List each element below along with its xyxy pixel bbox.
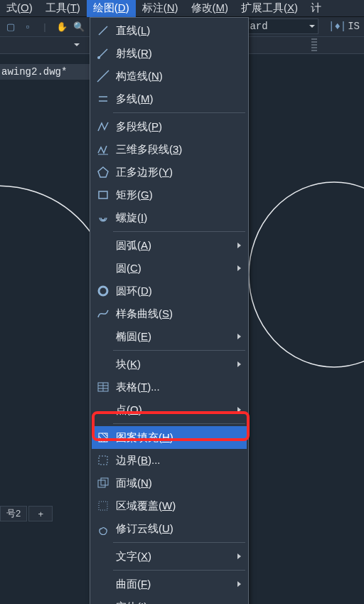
menu-item[interactable]: 表格(T)... [92,376,247,398]
menu-separator [113,231,245,232]
menu-item-label: 三维多段线(3) [116,143,182,157]
menu-item-label: 圆弧(A) [116,239,151,253]
plus-icon: + [38,509,43,519]
menu-item-label: 构造线(N) [116,70,163,83]
menu-item-label: 修订云线(U) [116,522,173,536]
menu-item-label: 圆环(D) [116,285,152,298]
svg-line-18 [102,433,107,439]
rect-icon [95,187,111,203]
menu-item[interactable]: 直线(L) [92,19,247,42]
menu-item-label: 块(K) [116,358,141,371]
submenu-arrow-icon [237,334,241,339]
menu-item[interactable]: 曲面(F) [92,573,247,595]
menu-item[interactable]: 扩展工具(X) [235,0,304,17]
menu-item[interactable]: 块(K) [92,353,247,376]
menu-separator [113,570,245,571]
blank-icon [95,260,111,276]
tool-icon-1[interactable]: ▢ [4,21,17,33]
add-layout-tab[interactable]: + [28,506,53,521]
menu-item[interactable]: 构造线(N) [92,65,247,88]
menu-item[interactable]: 三维多段线(3) [92,138,247,161]
menu-item[interactable]: 椭圆(E) [92,325,247,348]
menu-item[interactable]: 计 [304,0,328,17]
menu-item-label: 区域覆盖(W) [116,499,176,513]
line-icon [95,23,111,38]
svg-point-3 [97,56,100,59]
menu-item-label: 射线(R) [116,47,152,60]
chevron-down-icon [74,43,80,46]
svg-rect-22 [101,478,108,485]
blank-icon [95,356,111,372]
blank-icon [95,599,111,604]
svg-rect-21 [98,480,105,487]
pan-icon[interactable]: ✋ [55,21,68,33]
svg-line-1 [99,26,107,35]
submenu-arrow-icon [237,407,241,413]
menu-item[interactable]: 面域(N) [92,472,247,494]
table-icon [95,379,111,395]
text-style-combo[interactable]: dard [240,18,318,34]
submenu-arrow-icon [237,581,241,587]
menu-item[interactable]: 多段线(P) [92,115,247,138]
menu-item[interactable]: 样条曲线(S) [92,302,247,325]
menu-item[interactable]: 区域覆盖(W) [92,494,247,517]
menu-item[interactable]: 绘图(D) [87,0,136,17]
blank-icon [95,238,111,253]
menu-item-label: 点(O) [116,403,142,417]
menu-item[interactable]: 文字(X) [92,545,247,568]
draw-menu-dropdown: 直线(L)射线(R)构造线(N)多线(M)多段线(P)三维多段线(3)正多边形(… [90,17,249,604]
layout-tab[interactable]: 号2 [0,506,27,521]
menu-item[interactable]: 工具(T) [39,0,87,17]
menu-item[interactable]: 射线(R) [92,42,247,65]
menu-item[interactable]: 式(O) [0,0,39,17]
menu-item-label: 表格(T)... [116,381,160,394]
menubar: 式(O)工具(T)绘图(D)标注(N)修改(M)扩展工具(X)计 [0,0,364,17]
menu-item-label: 边界(B)... [116,454,161,467]
tool-sep: | [38,21,51,33]
menu-separator [113,542,245,543]
menu-item-label: 直线(L) [116,24,150,38]
menu-item[interactable]: 修订云线(U) [92,517,247,540]
menu-item-label: 文字(X) [116,550,151,563]
iso-icon: |♦| [328,21,346,32]
submenu-arrow-icon [237,361,241,367]
menu-item[interactable]: 实体(I) [92,595,247,604]
menu-item[interactable]: 图案填充(H)... [92,426,247,449]
menu-item[interactable]: 螺旋(I) [92,206,247,229]
boundary-icon [95,452,111,468]
layer-combo[interactable] [0,38,82,51]
iso-box[interactable]: |♦| IS [328,18,364,34]
menu-item[interactable]: 圆弧(A) [92,234,247,257]
tool-icon-2[interactable]: ▫ [21,21,34,33]
submenu-arrow-icon [237,553,241,559]
toolbar-grip[interactable] [311,38,317,51]
menu-item[interactable]: 标注(N) [136,0,185,17]
region-icon [95,475,111,491]
menu-item-label: 正多边形(Y) [116,166,173,179]
menu-separator [113,350,245,351]
blank-icon [95,549,111,564]
menu-item-label: 多线(M) [116,92,154,106]
submenu-arrow-icon [237,243,241,248]
svg-line-19 [105,433,107,436]
submenu-arrow-icon [237,265,241,271]
layout-tab-label: 号2 [6,507,21,520]
svg-rect-23 [99,502,107,510]
menu-item[interactable]: 点(O) [92,398,247,421]
svg-point-10 [99,287,107,295]
menu-item[interactable]: 多线(M) [92,88,247,110]
spiral-icon [95,210,111,226]
layout-tabs: 号2 + [0,506,54,521]
document-tab[interactable]: awing2.dwg* [0,64,91,80]
menu-item[interactable]: 边界(B)... [92,449,247,472]
xline-icon [95,68,111,84]
document-tab-label: awing2.dwg* [1,66,67,78]
menu-item[interactable]: 圆环(D) [92,280,247,302]
menu-item[interactable]: 圆(C) [92,257,247,280]
menu-item[interactable]: 修改(M) [185,0,235,17]
zoom-icon[interactable]: 🔍 [73,21,85,33]
pline-icon [95,119,111,134]
menu-item[interactable]: 矩形(G) [92,184,247,206]
menu-item[interactable]: 正多边形(Y) [92,161,247,184]
menu-separator [113,423,245,424]
